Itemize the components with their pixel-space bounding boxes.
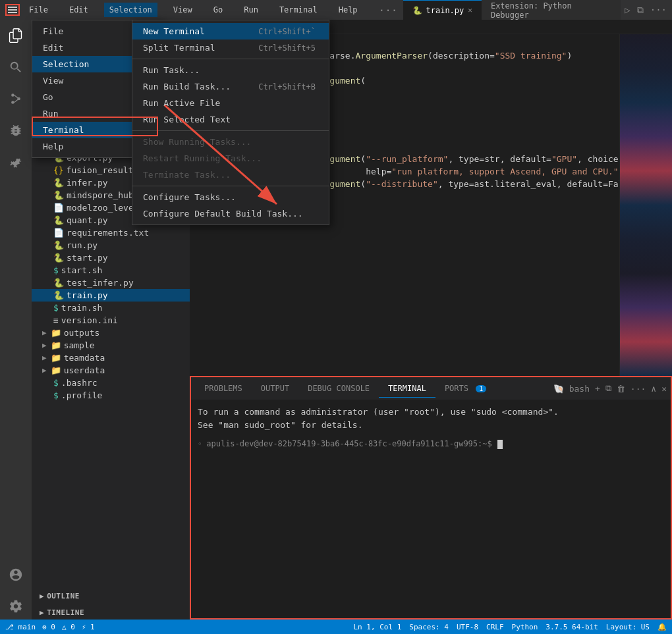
menu-go[interactable]: Go [208,3,228,17]
menu-item-selection-label: Selection [43,59,89,69]
submenu-new-terminal[interactable]: New Terminal Ctrl+Shift+` [132,23,329,40]
submenu-configure-tasks[interactable]: Configure Tasks... [132,189,329,205]
restart-running-label: Restart Running Task... [143,153,262,163]
file-label: .profile [61,390,103,400]
folder-userdata[interactable]: ▶ 📁 userdata [32,364,190,377]
titlebar-controls: ▷ ⧉ ··· [625,5,667,16]
tab-train-py[interactable]: 🐍 train.py ✕ [403,0,482,20]
folder-icon: 📁 [51,353,61,363]
statusbar-eol[interactable]: CRLF [486,623,504,631]
statusbar-language[interactable]: Python [512,623,538,631]
tabs-more-button[interactable]: ··· [374,4,403,16]
statusbar-warnings[interactable]: △ 0 [62,623,75,631]
menu-bar: File Edit Selection View Go Run Terminal… [24,3,363,17]
activity-debug[interactable] [3,117,29,144]
statusbar-python-version[interactable]: 3.7.5 64-bit [546,623,598,631]
file-bashrc[interactable]: $ .bashrc [32,377,190,389]
svg-line-4 [14,99,19,103]
activity-explorer[interactable] [3,22,29,49]
tab-output[interactable]: OUTPUT [252,380,298,397]
folder-outputs[interactable]: ▶ 📁 outputs [32,327,190,339]
submenu-run-selected-text[interactable]: Run Selected Text [132,111,329,128]
terminal-prompt-line: ◦ apulis-dev@dev-82b75419-3ba6-445c-83fc… [198,437,664,451]
menu-item-terminal-label: Terminal [43,125,84,135]
submenu-run-task[interactable]: Run Task... [132,62,329,78]
file-version-ini[interactable]: ≡ version.ini [32,314,190,327]
submenu-run-active-file[interactable]: Run Active File [132,95,329,111]
menu-run[interactable]: Run [238,3,264,17]
outline-header[interactable]: ▶ OUTLINE [32,587,190,603]
timeline-header[interactable]: ▶ TIMELINE [32,603,190,620]
statusbar-notifications[interactable]: ⚡ 1 [82,623,95,631]
statusbar-layout[interactable]: Layout: US [606,623,650,631]
folder-teamdata[interactable]: ▶ 📁 teamdata [32,352,190,364]
tab-terminal[interactable]: TERMINAL [379,380,435,398]
folder-sample[interactable]: ▶ 📁 sample [32,339,190,352]
submenu-configure-default[interactable]: Configure Default Build Task... [132,205,329,222]
editor-tabs: ··· 🐍 train.py ✕ Extension: Python Debug… [374,0,621,20]
run-build-task-label: Run Build Task... [143,82,231,92]
submenu-split-terminal[interactable]: Split Terminal Ctrl+Shift+5 [132,40,329,56]
menu-terminal[interactable]: Terminal [274,3,323,17]
split-editor-icon[interactable]: ⧉ [637,5,644,16]
ini-icon: ≡ [53,315,59,325]
terminal-prompt: apulis-dev@dev-82b75419-3ba6-445c-83fc-e… [206,439,491,448]
activity-settings[interactable] [3,593,29,620]
terminal-panel: PROBLEMS OUTPUT DEBUG CONSOLE TERMINAL P… [190,376,672,620]
run-active-file-label: Run Active File [143,98,220,108]
menu-edit[interactable]: Edit [64,3,94,17]
file-label: start.sh [61,265,103,275]
terminate-task-label: Terminate Task... [143,170,231,180]
statusbar-encoding[interactable]: UTF-8 [457,623,478,631]
file-run[interactable]: 🐍 run.py [32,239,190,251]
statusbar-left: ⎇ main ⊗ 0 △ 0 ⚡ 1 [5,623,95,631]
minimize-panel-button[interactable]: ∧ [651,384,656,394]
more-actions-icon[interactable]: ··· [650,5,667,15]
split-terminal-button[interactable]: ⧉ [605,383,611,394]
add-terminal-button[interactable]: + [595,384,600,394]
tab-python-debugger[interactable]: Extension: Python Debugger [482,0,621,20]
file-train-py[interactable]: 🐍 train.py [32,289,190,302]
tab-ports[interactable]: PORTS 1 [435,380,495,397]
close-panel-button[interactable]: ✕ [661,384,667,394]
menu-view[interactable]: View [168,3,198,17]
file-test-infer[interactable]: 🐍 test_infer.py [32,277,190,289]
run-icon[interactable]: ▷ [625,5,630,15]
trash-icon[interactable]: 🗑 [617,384,625,394]
activity-search[interactable] [3,54,29,80]
activity-account[interactable] [3,562,29,588]
file-label: train.py [67,290,108,300]
menu-selection[interactable]: Selection [104,3,157,17]
shell-icon: $ [53,390,59,400]
file-train-sh[interactable]: $ train.sh [32,302,190,314]
configure-tasks-label: Configure Tasks... [143,192,236,202]
folder-icon: 📁 [51,365,61,375]
file-requirements[interactable]: 📄 requirements.txt [32,226,190,239]
activity-source-control[interactable] [3,86,29,112]
statusbar-branch[interactable]: ⎇ main [5,623,36,631]
menu-help[interactable]: Help [333,3,363,17]
split-terminal-shortcut: Ctrl+Shift+5 [258,43,316,53]
tab-train-py-close[interactable]: ✕ [468,6,472,14]
folder-label: teamdata [64,353,105,363]
file-profile[interactable]: $ .profile [32,389,190,402]
python-icon: 🐍 [53,278,64,288]
tab-problems[interactable]: PROBLEMS [195,380,252,397]
file-start-py[interactable]: 🐍 start.py [32,251,190,264]
menu-file[interactable]: File [24,3,53,17]
file-label: train.sh [61,303,103,313]
activity-extensions[interactable] [3,149,29,175]
svg-point-1 [11,101,14,104]
python-icon: 🐍 [53,178,64,188]
more-options-icon[interactable]: ··· [630,384,646,394]
statusbar-errors[interactable]: ⊗ 0 [42,623,55,631]
statusbar-bell[interactable]: 🔔 [658,623,667,631]
statusbar-position[interactable]: Ln 1, Col 1 [353,623,401,631]
tab-debug-console[interactable]: DEBUG CONSOLE [298,380,379,397]
file-start-sh[interactable]: $ start.sh [32,264,190,277]
hamburger-menu-button[interactable] [5,4,20,16]
statusbar-spaces[interactable]: Spaces: 4 [409,623,449,631]
svg-point-0 [11,93,14,97]
submenu-run-build-task[interactable]: Run Build Task... Ctrl+Shift+B [132,78,329,95]
shell-icon: 🐚 bash [553,384,590,394]
